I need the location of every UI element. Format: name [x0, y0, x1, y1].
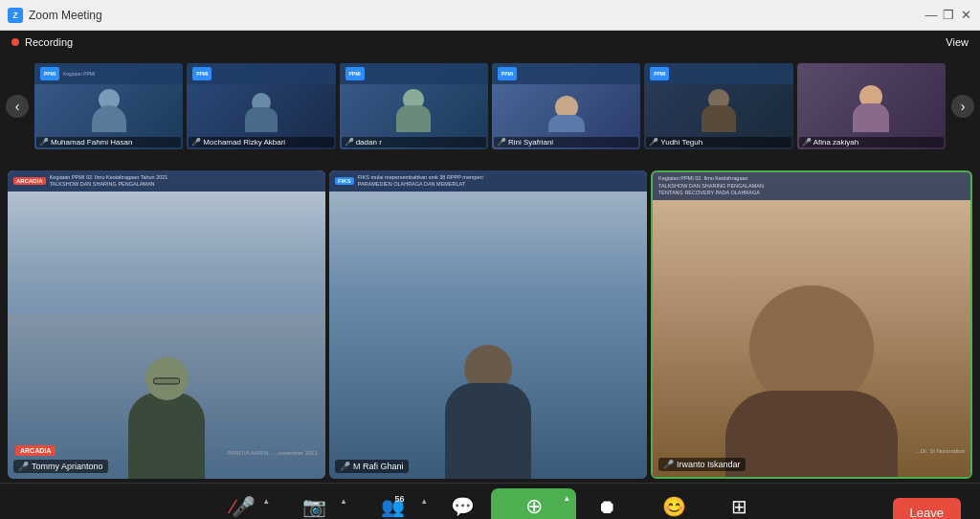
reactions-icon: 😊 [662, 497, 686, 516]
apps-button[interactable]: ⊞ Apps [711, 491, 768, 520]
thumbnail-label-0: 🎤 Muhamad Fahmi Hasan [36, 137, 181, 147]
share-screen-caret-icon: ▲ [563, 494, 570, 503]
camera-icon: 📷 [302, 497, 326, 516]
panitia-label: PANITIA NARSI... ..november 2021 [228, 450, 318, 456]
view-button[interactable]: View [946, 36, 969, 48]
main-video-rafi: FIKS FIKS mulai mepersembahkan smk 38 RP… [329, 170, 647, 479]
minimize-button[interactable]: — [924, 9, 938, 22]
spacer [0, 159, 980, 167]
slide-logo-fiks: FIKS [335, 177, 354, 185]
share-screen-icon: ⊕ [525, 496, 543, 517]
thumbnail-label-4: 🎤 Yudhi Teguh [646, 137, 791, 147]
record-icon: ⏺ [597, 497, 616, 516]
participants-caret-icon: ▲ [420, 497, 428, 506]
share-screen-button[interactable]: ▲ ⊕ Share Screen [491, 488, 576, 520]
recording-bar: Recording View [0, 31, 980, 54]
thumbnail-item-2[interactable]: PPMI 🎤 dadan r [340, 63, 488, 149]
thumbnail-next-button[interactable]: › [951, 95, 974, 118]
mic-icon: 🎤 ⁄ [232, 497, 256, 516]
thumbnail-prev-button[interactable]: ‹ [6, 95, 29, 118]
slide-title-irwanto: Kegiatan PPMI 02. Ilmu Keolahragaan TALK… [658, 175, 965, 197]
slide-title-rafi: FIKS mulai mepersembahkan smk 38 RPPP me… [358, 174, 483, 188]
thumbnail-label-3: 🎤 Rini Syafriani [494, 137, 638, 147]
thumbnail-label-5: 🎤 Afina zakiyah [799, 137, 944, 147]
slide-title-tommy: Kegiatan PPMI 02. Ilmu Keolahragaan Tahu… [50, 174, 168, 188]
maximize-button[interactable]: ❐ [942, 9, 955, 22]
title-left: Z Zoom Meeting [8, 8, 102, 23]
toolbar: ▲ 🎤 ⁄ Unmute ▲ 📷 Stop Video ▲ 👥 56 Parti… [0, 483, 980, 519]
thumbnail-item-5[interactable]: 🎤 Afina zakiyah [797, 63, 946, 149]
recording-left: Recording [11, 36, 73, 48]
video-label-rafi: 🎤 M Rafi Ghani [335, 460, 409, 473]
app-title: Zoom Meeting [29, 9, 102, 22]
chat-icon: 💬 [451, 497, 475, 516]
unmute-caret-icon: ▲ [262, 497, 270, 506]
participants-button[interactable]: ▲ 👥 56 Participants [353, 491, 434, 520]
main-video-irwanto: Kegiatan PPMI 02. Ilmu Keolahragaan TALK… [651, 170, 972, 479]
thumbnail-label-2: 🎤 dadan r [342, 137, 486, 147]
record-button[interactable]: ⏺ Record [576, 491, 637, 520]
chat-button[interactable]: 💬 Chat [434, 491, 491, 520]
recording-dot-icon [11, 38, 19, 46]
mic-icon-tommy: 🎤 [18, 462, 29, 471]
title-controls: — ❐ ✕ [924, 9, 972, 22]
thumbnail-label-1: 🎤 Mochamad Rizky Akbari [189, 137, 333, 147]
recording-label: Recording [25, 36, 73, 48]
thumbnail-item-1[interactable]: PPMI 🎤 Mochamad Rizky Akbari [187, 63, 335, 149]
apps-icon: ⊞ [731, 497, 747, 516]
arcadia-logo-badge: ARCADIA [15, 445, 56, 456]
video-label-irwanto: 🎤 Irwanto Iskandar [658, 458, 746, 471]
stop-video-caret-icon: ▲ [340, 497, 347, 506]
mic-icon-rafi: 🎤 [340, 462, 350, 471]
thumbnail-item-4[interactable]: PPMI 🎤 Yudhi Teguh [644, 63, 792, 149]
slide-dr-label: ...Dr. SI Nuromdion [916, 448, 965, 454]
participant-count-badge: 56 [395, 494, 405, 504]
close-button[interactable]: ✕ [959, 9, 972, 22]
reactions-button[interactable]: 😊 Reactions [637, 491, 710, 520]
glasses-icon [153, 377, 180, 384]
mic-icon-irwanto: 🎤 [663, 460, 674, 469]
main-video-tommy: ARCADIA Kegiatan PPMI 02. Ilmu Keolahrag… [8, 170, 325, 479]
thumbnail-item-0[interactable]: PPMI Kegiatan PPMI 🎤 Muhamad Fahmi Hasan [34, 63, 183, 149]
title-bar: Z Zoom Meeting — ❐ ✕ [0, 0, 980, 31]
zoom-logo-icon: Z [8, 8, 23, 23]
leave-button[interactable]: Leave [893, 498, 961, 519]
video-label-tommy: 🎤 Tommy Apriantono [13, 460, 108, 473]
thumbnail-item-3[interactable]: PPMI 🎤 Rini Syafriani [492, 63, 640, 149]
stop-video-button[interactable]: ▲ 📷 Stop Video [276, 491, 353, 520]
slide-logo-arcadia: ARCADIA [13, 177, 46, 185]
main-video-area: ARCADIA Kegiatan PPMI 02. Ilmu Keolahrag… [0, 167, 980, 483]
unmute-button[interactable]: ▲ 🎤 ⁄ Unmute [212, 491, 276, 520]
thumbnail-strip: ‹ PPMI Kegiatan PPMI 🎤 Muhamad Fahmi Has… [0, 54, 980, 159]
